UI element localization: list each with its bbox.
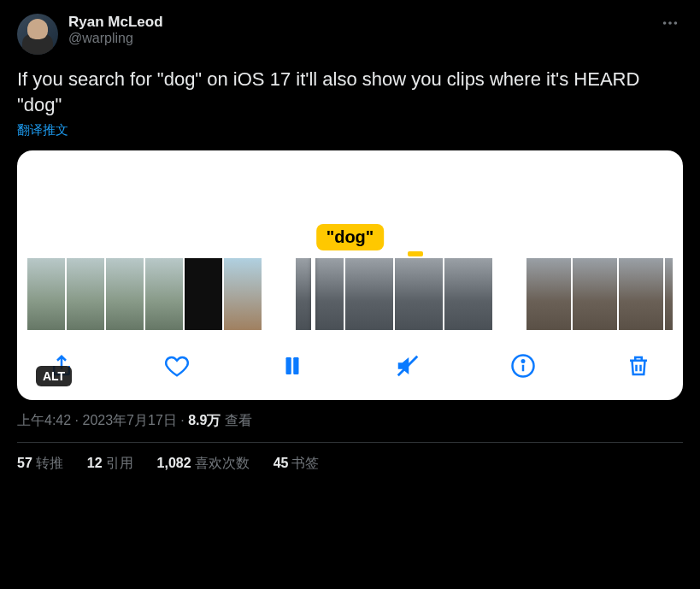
clip-thumbnail[interactable]: [224, 258, 262, 330]
tweet-stats: 57转推 12引用 1,082喜欢次数 45书签: [17, 443, 683, 478]
svg-rect-3: [286, 357, 291, 374]
clip-thumbnail[interactable]: [185, 258, 222, 330]
mute-icon: [395, 353, 421, 379]
tweet-text: If you search for "dog" on iOS 17 it'll …: [17, 67, 683, 117]
clip-thumbnail[interactable]: [395, 258, 443, 330]
avatar[interactable]: [17, 14, 58, 55]
quotes-stat[interactable]: 12引用: [87, 455, 133, 473]
transcript-tooltip: "dog": [316, 224, 385, 250]
translate-link[interactable]: 翻译推文: [17, 122, 68, 138]
mute-button[interactable]: [392, 350, 423, 381]
bookmarks-stat[interactable]: 45书签: [274, 455, 320, 473]
delete-button[interactable]: [623, 350, 654, 381]
author-name: Ryan McLeod: [68, 14, 163, 31]
tweet-meta: 上午4:42 · 2023年7月17日 · 8.9万 查看: [17, 412, 683, 443]
info-icon: [510, 353, 536, 379]
svg-rect-4: [293, 357, 298, 374]
media-attachment: "dog": [17, 150, 683, 400]
svg-point-8: [522, 361, 525, 363]
caption-tooltip-row: "dog": [27, 224, 673, 255]
tweet-time[interactable]: 上午4:42: [17, 413, 71, 427]
like-button[interactable]: [162, 350, 192, 381]
alt-badge[interactable]: ALT: [36, 366, 72, 386]
clip-thumbnail[interactable]: [27, 258, 65, 330]
clip-thumbnail[interactable]: [619, 258, 663, 330]
clip-thumbnail[interactable]: [573, 258, 617, 330]
playhead[interactable]: [311, 258, 315, 330]
author-block[interactable]: Ryan McLeod @warpling: [68, 14, 163, 46]
clip-thumbnail[interactable]: [526, 258, 571, 330]
tweet-header: Ryan McLeod @warpling: [17, 14, 683, 55]
retweets-stat[interactable]: 57转推: [17, 455, 63, 473]
clip-thumbnail[interactable]: [145, 258, 183, 330]
video-timeline[interactable]: [27, 258, 673, 330]
clip-thumbnail[interactable]: [67, 258, 104, 330]
heart-icon: [164, 353, 190, 379]
info-button[interactable]: [508, 350, 538, 381]
pause-button[interactable]: [277, 350, 308, 381]
pause-icon: [279, 353, 305, 379]
svg-point-1: [668, 21, 672, 25]
ellipsis-icon: [661, 14, 679, 32]
views-count: 8.9万: [188, 413, 221, 427]
video-toolbar: [27, 330, 673, 388]
likes-stat[interactable]: 1,082喜欢次数: [157, 455, 250, 473]
svg-point-2: [674, 21, 678, 25]
clip-thumbnail[interactable]: [106, 258, 144, 330]
clip-group[interactable]: [526, 258, 673, 330]
playhead-marker: [408, 251, 423, 256]
tweet-date[interactable]: 2023年7月17日: [82, 413, 176, 427]
clip-thumbnail[interactable]: [444, 258, 492, 330]
clip-group[interactable]: [296, 258, 492, 330]
views-label: 查看: [221, 413, 251, 427]
svg-point-0: [663, 21, 667, 25]
clip-thumbnail[interactable]: [345, 258, 393, 330]
author-handle: @warpling: [68, 31, 163, 46]
trash-icon: [626, 353, 651, 379]
tweet: Ryan McLeod @warpling If you search for …: [0, 0, 700, 488]
more-menu-button[interactable]: [657, 14, 683, 37]
clip-thumbnail[interactable]: [296, 258, 344, 330]
clip-thumbnail[interactable]: [665, 258, 673, 330]
clip-group[interactable]: [27, 258, 262, 330]
